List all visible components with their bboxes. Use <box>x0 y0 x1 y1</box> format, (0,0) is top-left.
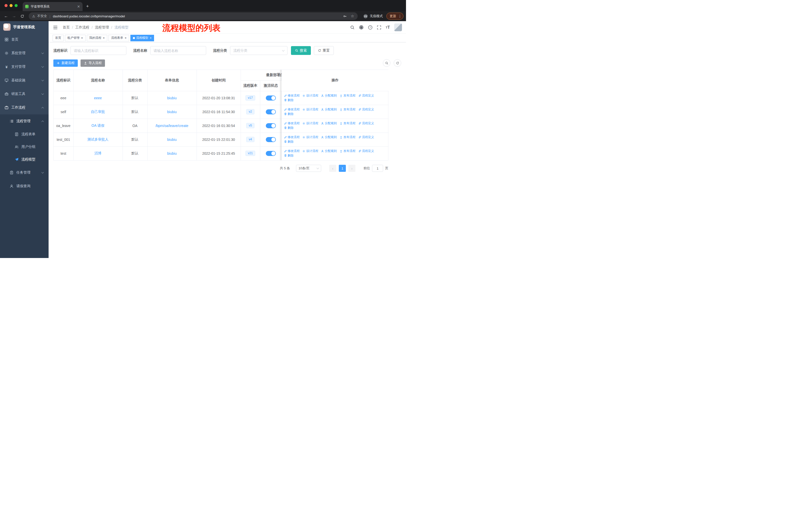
sidebar-item-user-group[interactable]: 用户分组 <box>0 141 49 153</box>
tag-process-form[interactable]: 流程表单× <box>109 35 129 41</box>
edit-process-link[interactable]: 修改流程 <box>284 121 300 126</box>
fullscreen-icon[interactable] <box>377 25 381 30</box>
active-toggle[interactable] <box>266 123 276 128</box>
sidebar-item-task-management[interactable]: 任务管理 <box>0 166 49 180</box>
help-icon[interactable]: ? <box>368 25 373 30</box>
delete-process-link[interactable]: 删除 <box>284 98 294 102</box>
assign-rule-link[interactable]: 分配规则 <box>321 93 337 98</box>
sidebar-item-process-management[interactable]: 流程管理 <box>0 114 49 128</box>
search-button[interactable]: 搜索 <box>291 46 311 55</box>
new-tab-button[interactable]: + <box>86 3 89 9</box>
import-process-button[interactable]: 导入流程 <box>81 59 105 67</box>
bookmark-star-icon[interactable]: ☆ <box>351 14 354 19</box>
active-toggle[interactable] <box>266 151 276 156</box>
process-name-link[interactable]: 滔博 <box>94 151 102 155</box>
process-definition-link[interactable]: 流程定义 <box>358 121 374 126</box>
font-size-icon[interactable]: TT <box>386 25 390 30</box>
form-info-link[interactable]: biubiu <box>167 152 176 156</box>
edit-process-link[interactable]: 修改流程 <box>284 135 300 139</box>
update-button[interactable]: 更新 ⋮ <box>386 12 404 20</box>
edit-process-link[interactable]: 修改流程 <box>284 93 300 98</box>
next-page-button[interactable]: › <box>348 165 355 172</box>
breadcrumb-workflow[interactable]: 工作流程 <box>75 25 89 30</box>
toggle-search-button[interactable] <box>383 59 390 67</box>
sidebar-item-system[interactable]: 系统管理 <box>0 46 49 60</box>
process-name-link[interactable]: eeee <box>94 96 102 100</box>
active-toggle[interactable] <box>266 137 276 142</box>
design-process-link[interactable]: 设计流程 <box>302 93 318 98</box>
assign-rule-link[interactable]: 分配规则 <box>321 121 337 126</box>
page-1-button[interactable]: 1 <box>339 165 346 172</box>
form-info-link[interactable]: /bpm/oa/leave/create <box>155 124 188 128</box>
publish-process-link[interactable]: 发布流程 <box>340 93 355 98</box>
process-definition-link[interactable]: 流程定义 <box>358 107 374 112</box>
active-toggle[interactable] <box>266 96 276 101</box>
tag-tenant[interactable]: 租户管理× <box>65 35 86 41</box>
process-name-link[interactable]: OA 请假 <box>91 124 104 128</box>
publish-process-link[interactable]: 发布流程 <box>340 149 355 153</box>
process-definition-link[interactable]: 流程定义 <box>358 93 374 98</box>
assign-rule-link[interactable]: 分配规则 <box>321 107 337 112</box>
form-info-link[interactable]: biubiu <box>167 96 176 100</box>
sidebar-item-process-model[interactable]: 流程模型 <box>0 153 49 166</box>
design-process-link[interactable]: 设计流程 <box>302 149 318 153</box>
github-icon[interactable] <box>359 25 364 30</box>
page-size-select[interactable]: 10条/页 <box>296 165 321 172</box>
form-info-link[interactable]: biubiu <box>167 110 176 114</box>
sidebar-item-infrastructure[interactable]: 基础设施 <box>0 74 49 87</box>
delete-process-link[interactable]: 删除 <box>284 140 294 144</box>
sidebar-item-leave-query[interactable]: 请假查询 <box>0 180 49 193</box>
process-definition-link[interactable]: 流程定义 <box>358 135 374 139</box>
forward-button[interactable]: → <box>10 12 18 20</box>
process-name-link[interactable]: 自己审批 <box>91 110 105 114</box>
publish-process-link[interactable]: 发布流程 <box>340 121 355 126</box>
breadcrumb-home[interactable]: 首页 <box>63 25 70 30</box>
tag-my-process[interactable]: 我的流程× <box>87 35 108 41</box>
tag-home[interactable]: 首页 <box>53 35 64 41</box>
close-icon[interactable]: × <box>81 36 83 39</box>
process-name-input[interactable] <box>150 46 206 55</box>
sidebar-item-process-form[interactable]: 流程表单 <box>0 128 49 141</box>
goto-page-input[interactable] <box>372 165 383 172</box>
back-button[interactable]: ← <box>2 12 9 20</box>
publish-process-link[interactable]: 发布流程 <box>340 107 355 112</box>
breadcrumb-process-management[interactable]: 流程管理 <box>95 25 109 30</box>
browser-menu-icon[interactable]: ⋮ <box>398 14 402 18</box>
delete-process-link[interactable]: 删除 <box>284 112 294 116</box>
maximize-window-button[interactable] <box>14 4 18 7</box>
process-category-select[interactable]: 流程分类 <box>230 46 287 55</box>
design-process-link[interactable]: 设计流程 <box>302 107 318 112</box>
user-avatar[interactable] <box>394 23 402 31</box>
create-process-button[interactable]: 新建流程 <box>53 59 78 67</box>
reload-button[interactable] <box>19 12 26 20</box>
browser-tab[interactable]: 芋道管理系统 ✕ <box>23 2 83 11</box>
design-process-link[interactable]: 设计流程 <box>302 135 318 139</box>
close-window-button[interactable] <box>4 4 7 7</box>
sidebar-item-home[interactable]: 首页 <box>0 33 49 46</box>
collapse-sidebar-button[interactable] <box>53 25 58 30</box>
active-toggle[interactable] <box>266 109 276 114</box>
prev-page-button[interactable]: ‹ <box>329 165 336 172</box>
close-icon[interactable]: × <box>124 36 126 39</box>
sidebar-item-workflow[interactable]: 工作流程 <box>0 101 49 114</box>
close-icon[interactable]: × <box>103 36 105 39</box>
address-bar[interactable]: ⚠ 不安全 | dashboard.yudao.iocoder.cn/bpm/m… <box>29 12 358 20</box>
delete-process-link[interactable]: 删除 <box>284 126 294 130</box>
process-name-link[interactable]: 测试多审批人 <box>87 137 109 141</box>
assign-rule-link[interactable]: 分配规则 <box>321 135 337 139</box>
edit-process-link[interactable]: 修改流程 <box>284 107 300 112</box>
sidebar-item-devtools[interactable]: 研发工具 <box>0 87 49 101</box>
assign-rule-link[interactable]: 分配规则 <box>321 149 337 153</box>
edit-process-link[interactable]: 修改流程 <box>284 149 300 153</box>
tag-process-model[interactable]: 流程模型× <box>130 35 154 41</box>
form-info-link[interactable]: biubiu <box>167 138 176 142</box>
publish-process-link[interactable]: 发布流程 <box>340 135 355 139</box>
process-definition-link[interactable]: 流程定义 <box>358 149 374 153</box>
close-icon[interactable]: × <box>150 36 152 39</box>
refresh-table-button[interactable] <box>394 59 401 67</box>
reset-button[interactable]: 重置 <box>314 46 334 55</box>
delete-process-link[interactable]: 删除 <box>284 154 294 158</box>
tab-close-icon[interactable]: ✕ <box>77 5 80 8</box>
password-key-icon[interactable] <box>343 15 347 18</box>
search-icon[interactable] <box>350 25 355 30</box>
